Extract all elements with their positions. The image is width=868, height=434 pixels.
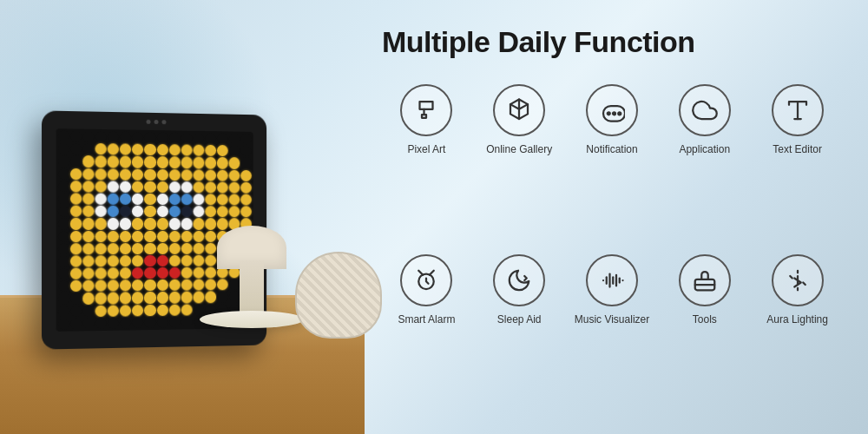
pixel-cell [108,143,119,155]
pixel-cell [229,206,240,217]
tools-icon [692,267,718,293]
pixel-cell [144,206,155,217]
svg-line-8 [430,270,434,274]
application-icon-wrap [679,84,731,136]
online-gallery-icon [506,97,532,123]
feature-notification: Notification [568,84,657,247]
device-indicator [147,120,167,124]
pixel-cell [205,218,216,229]
pixel-cell [82,268,94,279]
pixel-cell [156,194,168,205]
feature-pixel-art: Pixel Art [382,84,471,247]
pixel-cell [70,143,82,155]
pixel-cell [108,168,119,180]
application-label: Application [679,143,730,157]
feature-sleep-aid: Sleep Aid [475,254,564,417]
pixel-cell [58,193,69,204]
pixel-cell [181,169,192,181]
pixel-cell [156,156,168,168]
pixel-cell [156,279,168,291]
pixel-cell [193,218,204,229]
pixel-cell [132,168,143,180]
pixel-cell [120,131,131,142]
pixel-cell [82,218,94,229]
feature-text-editor: Text Editor [753,84,842,247]
pixel-cell [58,306,69,318]
pixel-art-label: Pixel Art [407,143,445,157]
pixel-cell [95,218,107,229]
tools-label: Tools [693,313,717,327]
online-gallery-label: Online Gallery [486,143,552,157]
pixel-cell [120,267,131,279]
features-grid: Pixel ArtOnline GalleryNotificationAppli… [382,84,842,417]
pixel-cell [95,168,107,180]
pixel-art-icon-wrap [400,84,452,136]
pixel-cell [156,144,168,155]
pixel-cell [193,206,204,217]
pixel-cell [95,318,107,330]
aura-lighting-label: Aura Lighting [766,313,828,327]
pixel-cell [95,293,107,304]
pixel-cell [82,255,94,266]
pixel-cell [181,279,192,291]
dot-1 [147,120,151,124]
tools-icon-wrap [679,254,731,306]
pixel-cell [181,145,192,156]
basket-decoration [295,252,382,339]
pixel-cell [240,134,252,145]
sleep-aid-label: Sleep Aid [497,313,542,327]
pixel-cell [168,243,180,254]
pixel-cell [181,255,192,266]
pixel-cell [144,305,155,316]
pixel-cell [132,317,143,328]
pixel-cell [82,131,94,143]
pixel-cell [70,318,82,330]
pixel-cell [132,293,143,304]
aura-lighting-icon-wrap [772,254,824,306]
smart-alarm-icon [413,267,439,293]
pixel-cell [95,131,107,143]
feature-application: Application [660,84,749,247]
pixel-cell [58,293,69,305]
svg-line-7 [419,270,424,274]
pixel-cell [120,168,131,180]
pixel-cell [95,280,107,292]
pixel-cell [120,181,131,192]
pixel-cell [156,267,168,279]
smart-alarm-icon-wrap [400,254,452,306]
pixel-cell [181,157,192,168]
pixel-cell [193,194,204,205]
pixel-cell [205,243,216,254]
pixel-cell [229,145,240,156]
pixel-cell [193,279,204,291]
pixel-cell [120,293,131,304]
pixel-cell [95,243,107,254]
pixel-cell [168,292,180,303]
pixel-cell [193,230,204,241]
pixel-cell [95,267,107,279]
pixel-cell [82,293,94,304]
pixel-cell [229,181,240,193]
pixel-cell [193,292,204,303]
pixel-cell [156,255,168,266]
main-container: Multiple Daily Function Pixel ArtOnline … [0,0,868,434]
pixel-cell [120,243,131,254]
pixel-cell [70,268,82,279]
pixel-cell [58,130,69,142]
music-visualizer-icon [599,267,625,293]
pixel-cell [217,157,228,168]
dot-3 [161,120,166,124]
pixel-cell [156,317,168,328]
pixel-cell [144,267,155,279]
notification-icon-wrap [586,84,638,136]
pixel-cell [144,218,155,229]
pixel-cell [181,243,192,254]
pixel-cell [229,157,240,168]
pixel-cell [168,304,180,315]
pixel-cell [108,181,119,192]
pixel-cell [240,194,252,206]
pixel-cell [120,218,131,229]
feature-music-visualizer: Music Visualizer [568,254,657,417]
pixel-cell [144,181,155,193]
svg-line-21 [803,282,806,285]
